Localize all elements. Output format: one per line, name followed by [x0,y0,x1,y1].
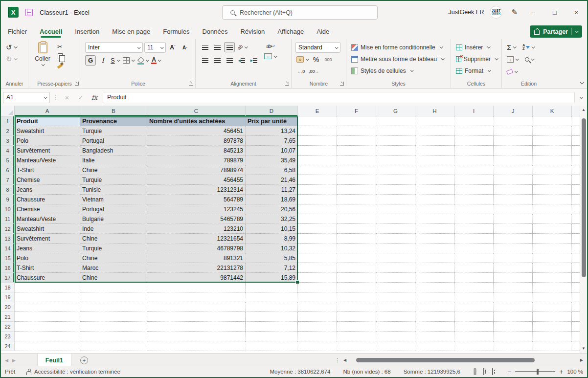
cell-H9[interactable] [415,195,454,204]
cell-C4[interactable]: 845213 [147,146,246,156]
cell-F21[interactable] [337,312,376,322]
cell-B24[interactable] [80,341,147,351]
cell-K10[interactable] [533,204,572,214]
cell-K1[interactable] [533,116,572,126]
cell-C24[interactable] [147,341,246,351]
cell-D23[interactable] [246,332,298,341]
cell-H11[interactable] [415,214,454,224]
row-header-5[interactable]: 5 [1,156,15,165]
cell-K4[interactable] [533,146,572,156]
cell-A4[interactable]: Survêtement [15,146,80,156]
cell-H7[interactable] [415,175,454,185]
scroll-right-icon[interactable]: ▶ [580,356,583,364]
cell-H8[interactable] [415,185,454,195]
row-header-24[interactable]: 24 [1,341,15,351]
grow-font-button[interactable]: Aˆ [167,43,178,53]
tab-accueil[interactable]: Accueil [40,23,62,39]
cell-A17[interactable]: Chaussure [15,273,80,283]
scroll-down-icon[interactable]: ▼ [582,344,586,352]
cell-I3[interactable] [454,136,494,146]
cancel-icon[interactable]: × [62,93,72,102]
tab-mise-en-page[interactable]: Mise en page [112,23,150,39]
cell-F9[interactable] [337,195,376,204]
cell-B15[interactable]: Chine [80,253,147,263]
cell-C23[interactable] [147,332,246,341]
copy-icon[interactable] [58,53,63,59]
cell-K15[interactable] [533,253,572,263]
cell-H23[interactable] [415,332,454,341]
cell-J8[interactable] [494,185,533,195]
cell-B10[interactable]: Portugal [80,204,147,214]
cell-F4[interactable] [337,146,376,156]
tab-affichage[interactable]: Affichage [277,23,304,39]
redo-button[interactable]: ↻ [5,54,18,64]
cell-E9[interactable] [298,195,337,204]
cell-D6[interactable]: 6,58 [246,165,298,175]
cell-F13[interactable] [337,234,376,244]
cell-G9[interactable] [376,195,415,204]
cell-K6[interactable] [533,165,572,175]
cell-I22[interactable] [454,322,494,332]
zoom-out-icon[interactable]: − [507,368,511,376]
cell-K5[interactable] [533,156,572,165]
format-painter-icon[interactable] [57,62,63,68]
cell-F11[interactable] [337,214,376,224]
cell-I6[interactable] [454,165,494,175]
tab-insertion[interactable]: Insertion [75,23,99,39]
row-header-11[interactable]: 11 [1,214,15,224]
avatar[interactable]: JUST GEEK [490,6,502,19]
orientation-button[interactable]: ab [236,42,248,52]
normal-view-button[interactable] [473,368,477,375]
cell-I10[interactable] [454,204,494,214]
cell-E15[interactable] [298,253,337,263]
cell-E5[interactable] [298,156,337,165]
cell-B20[interactable] [80,302,147,312]
row-header-12[interactable]: 12 [1,224,15,234]
cell-K3[interactable] [533,136,572,146]
cell-I24[interactable] [454,341,494,351]
cell-I4[interactable] [454,146,494,156]
tab-donnees[interactable]: Données [202,23,227,39]
cell-H12[interactable] [415,224,454,234]
cut-icon[interactable]: ✂ [57,43,63,50]
cell-G16[interactable] [376,263,415,273]
undo-button[interactable]: ↺ [5,42,18,52]
cell-C6[interactable]: 7898974 [147,165,246,175]
cell-F18[interactable] [337,283,376,292]
cell-J5[interactable] [494,156,533,165]
column-header-C[interactable]: C [147,106,246,116]
cell-D9[interactable]: 18,69 [246,195,298,204]
cell-A20[interactable] [15,302,80,312]
next-sheet-icon[interactable]: ▶ [12,358,16,363]
row-header-8[interactable]: 8 [1,185,15,195]
cell-D2[interactable]: 13,24 [246,126,298,136]
cell-G20[interactable] [376,302,415,312]
cell-E12[interactable] [298,224,337,234]
align-left-button[interactable] [200,55,210,66]
cell-K12[interactable] [533,224,572,234]
cell-I15[interactable] [454,253,494,263]
italic-button[interactable]: I [97,55,108,66]
cell-E23[interactable] [298,332,337,341]
cell-K11[interactable] [533,214,572,224]
wrap-text-icon[interactable]: ab↩ [266,44,274,49]
cell-G14[interactable] [376,244,415,253]
cell-J15[interactable] [494,253,533,263]
font-size-combo[interactable]: 11 [144,42,166,53]
cell-D24[interactable] [246,341,298,351]
accounting-format-button[interactable]: ¤ [295,54,309,65]
cell-G8[interactable] [376,185,415,195]
row-header-6[interactable]: 6 [1,165,15,175]
cell-E21[interactable] [298,312,337,322]
cell-K14[interactable] [533,244,572,253]
column-header-H[interactable]: H [415,106,454,116]
cell-G19[interactable] [376,292,415,302]
cell-E13[interactable] [298,234,337,244]
cell-I2[interactable] [454,126,494,136]
cell-C5[interactable]: 789879 [147,156,246,165]
row-header-1[interactable]: 1 [1,116,15,126]
cell-I12[interactable] [454,224,494,234]
align-right-button[interactable] [224,55,235,66]
cell-A24[interactable] [15,341,80,351]
cell-J3[interactable] [494,136,533,146]
